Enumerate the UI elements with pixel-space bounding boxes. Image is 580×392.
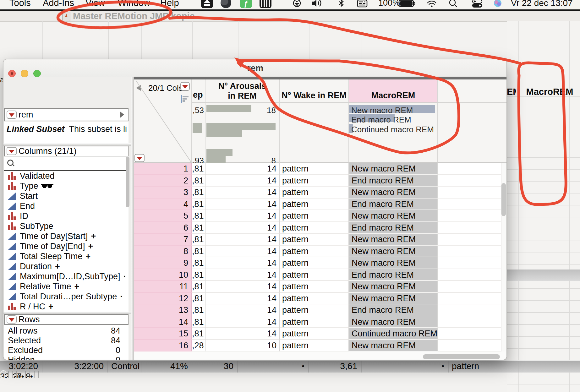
cell-row-number[interactable]: 9 [134, 257, 192, 269]
cell-wake[interactable]: pattern [280, 304, 349, 316]
cell-arousals[interactable]: 14 [205, 304, 280, 316]
cell-value[interactable]: 3,61 [309, 361, 362, 373]
column-list-item[interactable]: Duration + [4, 261, 129, 271]
header-graph-ep[interactable]: ,53 ,93 [192, 103, 205, 163]
menu-item-help[interactable]: Help [160, 0, 179, 8]
cell-row-number[interactable]: 1 [134, 163, 192, 175]
cell-pattern[interactable]: pattern [35, 371, 38, 378]
table-row[interactable]: 3:02:20 3:22:00 Control 41% 30 • 3,61 • … [0, 360, 580, 373]
cell-missing[interactable]: • [238, 361, 309, 373]
cell-group[interactable]: Control [9, 371, 13, 378]
cell-empty[interactable] [438, 257, 507, 269]
cell-ep[interactable]: ,81 [192, 187, 205, 199]
columns-panel-header[interactable]: Columns (21/1) [4, 146, 129, 156]
cell-percent[interactable]: 41% [141, 361, 192, 373]
cell-ep[interactable]: ,81 [192, 234, 205, 246]
header-graph-arousals[interactable]: 18 8 [205, 103, 280, 163]
cell-macrorem[interactable]: New macro REM [349, 257, 438, 269]
cell-arousals[interactable]: 14 [205, 163, 280, 175]
table-row[interactable]: 8 ,81 14 pattern New macro REM [134, 246, 507, 258]
column-list-item[interactable]: Start [4, 191, 129, 201]
cell-time-start[interactable]: 3:16:00 [0, 371, 4, 378]
column-list-item[interactable]: Total Sleep Time + [4, 251, 129, 261]
cell-ep[interactable]: ,81 [192, 163, 205, 175]
header-graph-wake[interactable] [280, 103, 349, 163]
column-list-item[interactable]: Validated [4, 171, 129, 181]
table-panel-header[interactable]: rem [4, 108, 129, 121]
column-list-item[interactable]: Type [4, 181, 129, 191]
cell-empty[interactable] [438, 222, 507, 234]
column-header-arousals[interactable]: N° Arousals in REM [205, 79, 280, 103]
cell-pattern[interactable]: pattern [449, 361, 518, 373]
cell-ep[interactable]: ,81 [192, 257, 205, 269]
cell-ep[interactable]: ,81 [192, 316, 205, 328]
cell-wake[interactable]: pattern [280, 210, 349, 222]
cell-macrorem[interactable]: End macro REM [349, 199, 438, 210]
cell-row-number[interactable]: 3 [134, 187, 192, 199]
histogram-bar[interactable] [206, 130, 242, 137]
cell-wake[interactable]: pattern [280, 199, 349, 210]
table-row[interactable]: 4 ,81 14 pattern End macro REM [134, 199, 507, 210]
menu-item-view[interactable]: View [85, 0, 105, 8]
table-row[interactable]: 11 ,81 14 pattern New macro REM [134, 281, 507, 293]
menu-item-addins[interactable]: Add-Ins [43, 0, 74, 8]
horizontal-scrollbar-track[interactable] [134, 351, 507, 360]
cell-row-number[interactable]: 2 [134, 175, 192, 187]
cell-wake[interactable]: pattern [280, 163, 349, 175]
cell-empty[interactable] [438, 281, 507, 293]
column-header-empty[interactable] [438, 79, 507, 103]
cell-arousals[interactable]: 14 [205, 246, 280, 258]
cell-wake[interactable]: pattern [280, 222, 349, 234]
cell-arousals[interactable]: 10 [205, 340, 280, 352]
cell-ep[interactable]: ,81 [192, 328, 205, 340]
cell-arousals[interactable]: 14 [205, 234, 280, 246]
menu-extra-app-icon[interactable] [221, 0, 231, 8]
table-row[interactable]: 1 ,81 14 pattern New macro REM [134, 163, 507, 175]
cell-arousals[interactable]: 14 [205, 199, 280, 210]
cell-row-number[interactable]: 5 [134, 210, 192, 222]
columns-scrollbar[interactable] [126, 157, 129, 207]
column-list-item[interactable]: Maximum[D…ID,SubType] · [4, 271, 129, 281]
cell-macrorem[interactable]: New macro REM [349, 293, 438, 305]
cell-ep[interactable]: ,81 [192, 199, 205, 210]
cell-arousals[interactable]: 14 [205, 210, 280, 222]
histogram-bar[interactable] [206, 156, 226, 163]
cell-macrorem[interactable]: End macro REM [349, 222, 438, 234]
histogram-bar[interactable] [193, 123, 202, 133]
cell-row-number[interactable]: 7 [134, 234, 192, 246]
red-dropdown-icon[interactable] [7, 315, 17, 324]
menu-extra-app-icon[interactable] [201, 0, 213, 8]
cell-macrorem[interactable]: End macro REM [349, 304, 438, 316]
cell-wake[interactable]: pattern [280, 269, 349, 281]
cell-arousals[interactable]: 14 [205, 175, 280, 187]
cell-macrorem[interactable]: Continued macro REM [349, 328, 438, 340]
cell-ep[interactable]: ,28 [192, 340, 205, 352]
table-row[interactable]: 15 ,81 14 pattern Continued macro REM [134, 328, 507, 340]
table-row[interactable]: 12 ,81 14 pattern New macro REM [134, 293, 507, 305]
cell-macrorem[interactable]: New macro REM [349, 210, 438, 222]
cell-empty[interactable] [438, 293, 507, 305]
cell-ep[interactable]: ,81 [192, 293, 205, 305]
histogram-bar[interactable] [206, 105, 251, 112]
histogram-bar[interactable] [206, 123, 276, 130]
menu-extra-app-icon[interactable]: ƒ [240, 0, 252, 8]
menu-item-window[interactable]: Window [118, 0, 150, 8]
cell-empty[interactable] [518, 361, 569, 373]
menu-extra-keyboard-icon[interactable] [260, 0, 271, 8]
cell-wake[interactable]: pattern [280, 175, 349, 187]
window-titlebar[interactable]: rem [3, 59, 507, 77]
cell-row-number[interactable]: 11 [134, 281, 192, 293]
cell-empty[interactable] [438, 187, 507, 199]
column-search[interactable] [4, 156, 129, 171]
panel-divider[interactable] [131, 77, 134, 360]
cell-value[interactable]: 8,19 [26, 371, 30, 378]
cell-macrorem[interactable]: New macro REM [349, 234, 438, 246]
cell-wake[interactable]: pattern [280, 316, 349, 328]
table-row[interactable]: 5 ,81 14 pattern New macro REM [134, 210, 507, 222]
cell-ep[interactable]: ,81 [192, 246, 205, 258]
cell-empty[interactable] [438, 163, 507, 175]
table-row[interactable]: 7 ,81 14 pattern New macro REM [134, 234, 507, 246]
cell-empty[interactable] [438, 316, 507, 328]
column-header-wake[interactable]: N° Wake in REM [280, 79, 349, 103]
cell-row-number[interactable]: 4 [134, 199, 192, 210]
